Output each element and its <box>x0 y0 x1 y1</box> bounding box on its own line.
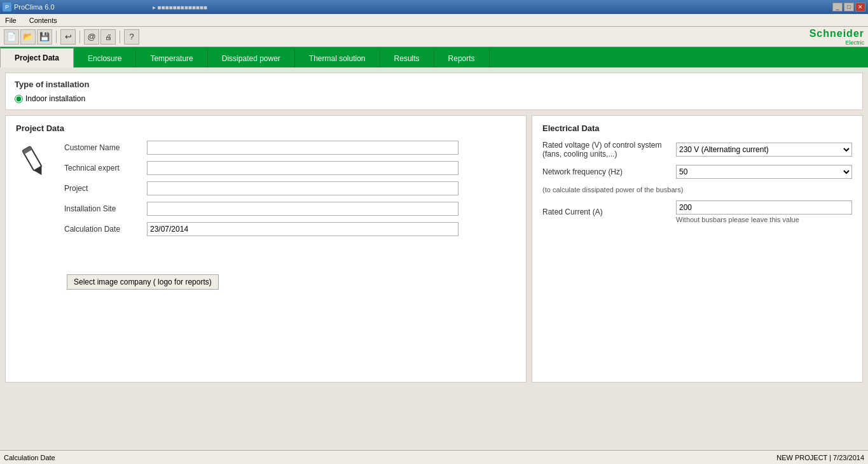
at-button[interactable]: @ <box>84 29 99 45</box>
indoor-installation-option[interactable]: Indoor installation <box>15 94 853 103</box>
brand-sub: Electric <box>845 39 864 46</box>
electrical-data-box: Electrical Data Rated voltage (V) of con… <box>532 115 863 383</box>
two-column-layout: Project Data <box>5 115 863 383</box>
type-of-installation-title: Type of installation <box>15 80 853 89</box>
project-label: Project <box>64 184 147 193</box>
network-frequency-row: Network frequency (Hz) 50 60 <box>542 165 852 179</box>
main-content: Type of installation Indoor installation… <box>0 67 868 450</box>
close-button[interactable]: ✕ <box>855 3 865 11</box>
save-button[interactable]: 💾 <box>37 29 52 45</box>
project-inner: Customer Name Technical expert Project <box>16 141 516 243</box>
rated-current-row: Rated Current (A) Without busbars please… <box>542 200 852 223</box>
indoor-radio[interactable] <box>15 95 23 103</box>
app-title: ProClima 6.0 <box>14 3 55 11</box>
menu-contents[interactable]: Contents <box>27 15 60 25</box>
project-row: Project <box>64 181 516 195</box>
window-controls[interactable]: _ □ ✕ <box>832 3 865 11</box>
pencil-icon <box>16 141 54 179</box>
project-fields: Customer Name Technical expert Project <box>64 141 516 243</box>
calculation-date-input[interactable] <box>147 222 458 236</box>
rated-current-wrapper: Without busbars please leave this value <box>676 200 852 223</box>
electrical-data-title: Electrical Data <box>542 123 852 133</box>
tab-project-data[interactable]: Project Data <box>0 47 74 67</box>
menu-bar: File Contents <box>0 14 868 27</box>
tabs-bar: Project Data Enclosure Temperature Dissi… <box>0 47 868 67</box>
pencil-icon-area <box>16 141 54 237</box>
select-logo-button[interactable]: Select image company ( logo for reports) <box>67 274 219 290</box>
toolbar: 📄 📂 💾 ↩ @ 🖨 ? Schneider Electric <box>0 27 868 47</box>
installation-site-row: Installation Site <box>64 202 516 216</box>
customer-name-row: Customer Name <box>64 141 516 155</box>
frequency-note: (to calculate dissipated power of the bu… <box>542 186 683 193</box>
tab-thermal-solution[interactable]: Thermal solution <box>295 50 380 67</box>
menu-file[interactable]: File <box>3 15 19 25</box>
indoor-label: Indoor installation <box>25 94 85 103</box>
toolbar-separator-2 <box>79 31 80 43</box>
technical-expert-input[interactable] <box>147 161 458 175</box>
project-input[interactable] <box>147 181 458 195</box>
rated-voltage-label: Rated voltage (V) of control system (fan… <box>542 141 676 158</box>
new-button[interactable]: 📄 <box>4 29 19 45</box>
tab-dissipated-power[interactable]: Dissipated power <box>208 50 295 67</box>
brand-area: Schneider Electric <box>809 28 864 46</box>
network-frequency-select[interactable]: 50 60 <box>676 165 852 179</box>
network-frequency-label: Network frequency (Hz) <box>542 167 676 176</box>
toolbar-separator-3 <box>120 31 120 43</box>
tab-temperature[interactable]: Temperature <box>136 50 207 67</box>
print-button[interactable]: 🖨 <box>100 29 116 45</box>
rated-voltage-row: Rated voltage (V) of control system (fan… <box>542 141 852 158</box>
calculation-date-label: Calculation Date <box>64 225 147 234</box>
title-bar: P ProClima 6.0 ▸ ■■■■■■■■■■■■■ _ □ ✕ <box>0 0 868 14</box>
address-bar: ▸ ■■■■■■■■■■■■■ <box>153 4 207 11</box>
rated-current-note: Without busbars please leave this value <box>676 216 852 223</box>
customer-name-input[interactable] <box>147 141 458 155</box>
project-data-column: Project Data <box>5 115 527 383</box>
toolbar-separator-1 <box>56 31 57 43</box>
electrical-data-column: Electrical Data Rated voltage (V) of con… <box>532 115 863 383</box>
rated-current-input[interactable] <box>676 200 852 214</box>
project-data-title: Project Data <box>16 123 516 133</box>
maximize-button[interactable]: □ <box>844 3 854 11</box>
minimize-button[interactable]: _ <box>832 3 843 11</box>
calculation-date-row: Calculation Date <box>64 222 516 236</box>
open-button[interactable]: 📂 <box>20 29 36 45</box>
installation-site-input[interactable] <box>147 202 458 216</box>
app-icon: P <box>3 3 11 11</box>
installation-site-label: Installation Site <box>64 204 147 213</box>
technical-expert-label: Technical expert <box>64 164 147 172</box>
help-button[interactable]: ? <box>124 29 139 45</box>
undo-button[interactable]: ↩ <box>60 29 76 45</box>
tab-enclosure[interactable]: Enclosure <box>74 50 136 67</box>
rated-current-label: Rated Current (A) <box>542 207 676 216</box>
tab-reports[interactable]: Reports <box>434 50 490 67</box>
customer-name-label: Customer Name <box>64 143 147 152</box>
technical-expert-row: Technical expert <box>64 161 516 175</box>
project-data-box: Project Data <box>5 115 527 383</box>
brand-name: Schneider <box>809 28 864 39</box>
type-of-installation-section: Type of installation Indoor installation <box>5 73 863 110</box>
svg-marker-1 <box>34 166 45 177</box>
rated-voltage-select[interactable]: 230 V (Alternating current) 115 V (Alter… <box>676 143 852 157</box>
tab-results[interactable]: Results <box>380 50 434 67</box>
